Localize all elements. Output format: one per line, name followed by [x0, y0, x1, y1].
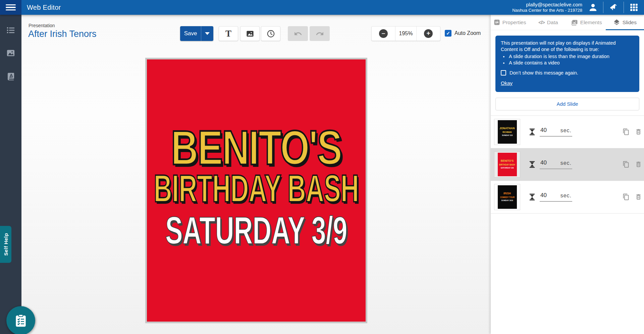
app-title: Web Editor — [27, 4, 61, 11]
hourglass-icon — [529, 193, 535, 201]
duplicate-slide-button[interactable] — [622, 128, 630, 136]
image-tool-icon — [246, 29, 255, 38]
duplicate-slide-button[interactable] — [622, 193, 630, 201]
top-bar-right: plally@spectaclelive.com Nashua Center f… — [512, 1, 644, 14]
right-panel: Properties</>DataElementsSlides This pre… — [491, 15, 644, 334]
slide-thumbnail[interactable]: JONATHANRICHMANSUNDAY 3/3 — [494, 119, 520, 145]
page-title: After Irish Tenors — [28, 29, 97, 39]
slide-duration-unit: sec. — [560, 128, 572, 134]
slide-row-actions — [622, 161, 643, 168]
announcements-icon — [608, 2, 619, 12]
apps-grid-icon — [630, 3, 638, 12]
hamburger-menu-button[interactable] — [0, 0, 21, 15]
chevron-down-icon — [205, 32, 210, 35]
dont-show-again-label: Don’t show this message again. — [509, 70, 578, 76]
slide-thumbnail[interactable]: BENITO'SBIRTHDAY BASHSATURDAY 3/9 — [494, 151, 520, 178]
slide-duration-button[interactable] — [261, 26, 280, 41]
apps-grid-button[interactable] — [627, 1, 641, 14]
undo-button[interactable] — [288, 26, 308, 41]
tab-data[interactable]: </>Data — [529, 15, 567, 30]
slide-row-2[interactable]: BENITO'SBIRTHDAY BASHSATURDAY 3/940sec. — [491, 148, 644, 181]
poster-line-1[interactable]: BENITO'S — [171, 124, 342, 172]
dont-show-again-checkbox[interactable] — [501, 70, 506, 76]
slide-duration-value[interactable]: 40 — [540, 159, 547, 166]
self-help-fab-button[interactable] — [6, 306, 35, 334]
layers-icon — [613, 19, 620, 26]
slide-duration-value[interactable]: 40 — [540, 127, 547, 134]
zoom-in-icon: + — [424, 29, 433, 38]
self-help-tab[interactable]: Self Help — [0, 226, 11, 263]
top-bar: Web Editor plally@spectaclelive.com Nash… — [0, 0, 644, 15]
delete-slide-button[interactable] — [635, 128, 642, 136]
account-organization: Nashua Center for the Arts - 219728 — [512, 8, 582, 13]
slide-row-1[interactable]: JONATHANRICHMANSUNDAY 3/340sec. — [491, 116, 644, 148]
slide-row-actions — [622, 193, 643, 201]
tab-properties[interactable]: Properties — [491, 15, 529, 30]
slide-canvas[interactable]: BENITO'S BIRTHDAY BASH SATURDAY 3/9 — [145, 58, 367, 323]
hourglass-icon — [529, 160, 535, 169]
media-library-icon — [6, 48, 15, 58]
add-slide-button[interactable]: Add Slide — [495, 98, 639, 110]
thumbnail-text-line: COMEDY TOUR — [500, 196, 514, 199]
media-library-nav-button[interactable] — [5, 48, 16, 58]
auto-zoom-control[interactable]: ✓ Auto Zoom — [445, 30, 481, 37]
okay-link[interactable]: Okay — [501, 80, 513, 87]
slide-duration-field[interactable]: 40sec. — [540, 192, 572, 202]
duration-tool-icon — [266, 29, 275, 38]
checkmark-icon: ✓ — [446, 31, 450, 36]
self-help-label: Self Help — [3, 233, 9, 256]
account-info: plally@spectaclelive.com Nashua Center f… — [512, 1, 582, 13]
auto-zoom-checkbox[interactable]: ✓ — [445, 30, 451, 37]
poster-line-2[interactable]: BIRTHDAY BASH — [154, 169, 359, 208]
slide-duration-field[interactable]: 40sec. — [540, 159, 572, 169]
slide-duration-unit: sec. — [560, 193, 572, 199]
save-button[interactable]: Save — [180, 26, 201, 41]
thumbnail-text-line: JONATHAN — [499, 127, 515, 130]
tab-slides[interactable]: Slides — [606, 15, 644, 30]
notice-bullet-list: A slide duration is less than the image … — [504, 53, 634, 66]
slide-row-3[interactable]: IRISHCOMEDY TOURSUNDAY 3/1040sec. — [491, 181, 644, 213]
add-text-button[interactable]: T — [219, 26, 238, 41]
dont-show-again-control[interactable]: Don’t show this message again. — [501, 70, 634, 76]
slide-thumbnail-poster: IRISHCOMEDY TOURSUNDAY 3/10 — [498, 185, 517, 209]
slide-duration-value[interactable]: 40 — [540, 192, 547, 199]
thumbnail-text-line: BIRTHDAY BASH — [499, 164, 515, 166]
tab-elements[interactable]: Elements — [568, 15, 606, 30]
add-image-button[interactable] — [240, 26, 260, 41]
poster-line-3[interactable]: SATURDAY 3/9 — [165, 211, 347, 250]
slide-thumbnail[interactable]: IRISHCOMEDY TOURSUNDAY 3/10 — [494, 184, 520, 210]
save-split-button: Save — [180, 26, 213, 41]
delete-slide-button[interactable] — [635, 193, 642, 201]
photo-icon — [571, 19, 578, 26]
duplicate-slide-button[interactable] — [622, 161, 630, 168]
zoom-out-icon: – — [379, 29, 388, 38]
zoom-control-group: – 195% + — [371, 26, 440, 41]
slide-duration-unit: sec. — [560, 160, 572, 166]
zoom-out-button[interactable]: – — [372, 27, 395, 41]
zoom-level-value[interactable]: 195% — [395, 27, 417, 41]
thumbnail-text-line: SUNDAY 3/3 — [502, 134, 513, 136]
fonts-nav-button[interactable] — [5, 70, 16, 81]
redo-button[interactable] — [310, 26, 330, 41]
text-tool-icon: T — [225, 29, 231, 39]
self-help-icon — [13, 313, 28, 328]
left-sidebar — [0, 15, 21, 334]
delete-slide-button[interactable] — [635, 161, 642, 168]
tab-label: Properties — [502, 19, 526, 26]
auto-zoom-label: Auto Zoom — [454, 30, 481, 36]
thumbnail-text-line: RICHMAN — [502, 131, 512, 134]
redo-icon — [316, 30, 324, 38]
user-icon — [588, 2, 598, 12]
zoom-in-button[interactable]: + — [417, 27, 440, 41]
slide-row-actions — [622, 128, 643, 136]
slide-duration-field[interactable]: 40sec. — [540, 127, 572, 137]
playlist-nav-button[interactable] — [5, 25, 16, 36]
user-button[interactable] — [586, 1, 600, 14]
save-options-button[interactable] — [201, 26, 213, 41]
announcements-button[interactable] — [607, 1, 620, 14]
panel-tab-bar: Properties</>DataElementsSlides — [491, 15, 644, 30]
tab-label: Elements — [580, 19, 602, 26]
playlist-icon — [6, 25, 16, 35]
tab-label: Data — [547, 19, 558, 26]
slide-thumbnail-poster: JONATHANRICHMANSUNDAY 3/3 — [498, 120, 517, 144]
